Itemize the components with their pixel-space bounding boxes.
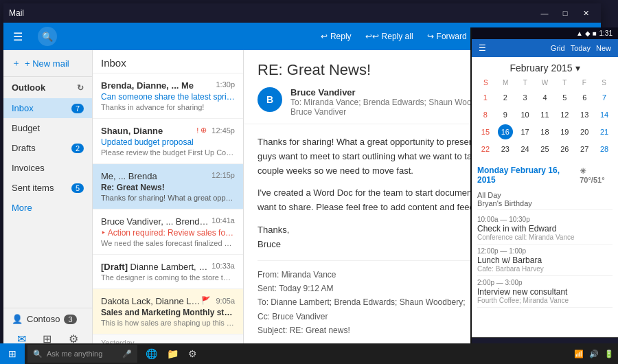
phone-today-button[interactable]: Today: [571, 44, 591, 52]
taskbar-settings-icon[interactable]: ⚙: [185, 347, 200, 361]
cal-day-26[interactable]: 26: [557, 141, 572, 157]
phone-menu-icon[interactable]: ☰: [479, 43, 486, 53]
cal-day-19[interactable]: 19: [557, 124, 572, 139]
sidebar-more-button[interactable]: More: [3, 198, 92, 218]
email-list: Inbox Brenda, Dianne, ... Me 1:30p Can s…: [93, 50, 244, 354]
cal-day-27[interactable]: 27: [577, 141, 592, 157]
sidebar-item-inbox[interactable]: Inbox 7: [3, 98, 92, 118]
cal-day-16[interactable]: 16: [498, 124, 513, 139]
taskbar-browser-icon[interactable]: 🌐: [143, 347, 160, 361]
sidebar-item-sent[interactable]: Sent items 5: [3, 178, 92, 198]
cal-day-10[interactable]: 10: [518, 107, 533, 122]
phone-event-0[interactable]: 10:00a — 10:30p Check in with Edward Con…: [477, 213, 613, 244]
window-controls: — □ ✕: [535, 6, 595, 20]
email-subject-1: Updated budget proposal: [101, 137, 235, 147]
phone-event-2[interactable]: 2:00p — 3:00p Interview new consultant F…: [477, 276, 613, 308]
cal-day-1[interactable]: 1: [478, 90, 493, 105]
email-item-0[interactable]: Brenda, Dianne, ... Me 1:30p Can someone…: [93, 73, 243, 119]
cal-day-15[interactable]: 15: [478, 124, 493, 139]
battery-icon: 🔋: [604, 350, 614, 359]
cal-day-12[interactable]: 12: [557, 107, 572, 122]
cal-day-18[interactable]: 18: [537, 124, 552, 139]
menu-icon[interactable]: ☰: [9, 27, 27, 46]
email-sender-1: Shaun, Dianne: [101, 126, 196, 136]
refresh-icon[interactable]: ↻: [77, 83, 84, 93]
systray: 📶 🔊 🔋: [574, 350, 614, 359]
cal-day-5[interactable]: 5: [557, 90, 572, 105]
cal-day-20[interactable]: 20: [577, 124, 592, 139]
email-item-1[interactable]: Shaun, Dianne ! ⊕ 12:45p Updated budget …: [93, 119, 243, 164]
email-item-3[interactable]: Bruce Vandiver, ... Brenda Edwards 10:41…: [93, 209, 243, 255]
cal-day-21[interactable]: 21: [597, 124, 612, 139]
cal-day-9[interactable]: 9: [498, 107, 513, 122]
email-time-2: 12:15p: [211, 171, 235, 179]
email-time-3: 10:41a: [211, 216, 235, 225]
phone-event-loc-0: Conference call: Miranda Vance: [477, 234, 613, 241]
exclaim-icon-1: ⊕: [201, 126, 207, 135]
cal-day-17[interactable]: 17: [518, 124, 533, 139]
phone-time: 1:31: [599, 30, 613, 37]
taskbar-search-icon: 🔍: [33, 350, 43, 359]
search-button[interactable]: 🔍: [38, 27, 57, 46]
email-preview-2: Thanks for sharing! What a great opportu…: [101, 194, 235, 202]
cal-day-22[interactable]: 22: [478, 141, 493, 157]
sidebar-invoices-label: Invoices: [12, 163, 84, 173]
minimize-button[interactable]: —: [535, 6, 554, 20]
drafts-badge: 2: [71, 144, 84, 153]
account-item[interactable]: 👤 Contoso 3: [12, 314, 84, 324]
cal-day-11[interactable]: 11: [537, 107, 552, 122]
email-preview-0: Thanks in advance for sharing!: [101, 103, 235, 111]
phone-event-loc-1: Cafe: Barbara Harvey: [477, 265, 613, 273]
email-item-4[interactable]: [Draft] Dianne Lambert, Shaun Wc 10:33a …: [93, 255, 243, 289]
maximize-button[interactable]: □: [556, 6, 575, 20]
reply-all-button[interactable]: ↩↩ Reply all: [363, 30, 416, 43]
email-list-header: Inbox: [93, 50, 243, 73]
volume-icon: 🔊: [589, 350, 599, 359]
phone-event-1[interactable]: 12:00p — 1:00p Lunch w/ Barbara Cafe: Ba…: [477, 244, 613, 276]
cal-day-6[interactable]: 6: [577, 90, 592, 105]
sidebar-drafts-label: Drafts: [12, 143, 71, 153]
cal-day-24[interactable]: 24: [518, 141, 533, 157]
email-item-5[interactable]: Dakota Lack, Dianne Lambert 🚩 9:05a Sale…: [93, 289, 243, 334]
cal-day-3[interactable]: 3: [518, 90, 533, 105]
cal-day-25[interactable]: 25: [537, 141, 552, 157]
cal-day-13[interactable]: 13: [577, 107, 592, 122]
cal-day-8[interactable]: 8: [478, 107, 493, 122]
email-item-top-5: Dakota Lack, Dianne Lambert 🚩 9:05a: [101, 296, 235, 306]
sidebar-item-invoices[interactable]: Invoices: [3, 158, 92, 178]
email-item-top-2: Me, ... Brenda 12:15p: [101, 171, 235, 181]
close-button[interactable]: ✕: [576, 6, 595, 20]
plus-icon: ＋: [12, 57, 21, 69]
day-header-wed: W: [535, 79, 555, 87]
phone-events: Monday February 16, 2015 ☀ 70°/51° All D…: [472, 161, 618, 312]
email-item-2[interactable]: Me, ... Brenda 12:15p Re: Great News! Th…: [93, 164, 243, 209]
taskbar-explorer-icon[interactable]: 📁: [164, 347, 181, 361]
cal-day-23[interactable]: 23: [498, 141, 513, 157]
email-preview-5: This is how sales are shaping up this mo…: [101, 319, 235, 327]
sidebar-item-drafts[interactable]: Drafts 2: [3, 138, 92, 158]
email-subject-5: Sales and Marketing Monthly status repor…: [101, 308, 235, 317]
phone-month-title: February 2015: [510, 62, 572, 73]
taskbar-search[interactable]: 🔍 Ask me anything 🎤: [27, 345, 137, 363]
forward-button[interactable]: ↪ Forward: [424, 30, 470, 43]
sidebar-item-budget[interactable]: Budget: [3, 118, 92, 138]
day-header-thu: T: [555, 79, 575, 87]
cal-day-7[interactable]: 7: [597, 90, 612, 105]
sender-avatar: B: [258, 87, 282, 112]
email-sender-4: [Draft] Dianne Lambert, Shaun Wc: [101, 262, 209, 272]
cal-day-4[interactable]: 4: [537, 90, 552, 105]
email-sender-5: Dakota Lack, Dianne Lambert: [101, 296, 201, 306]
cal-day-28[interactable]: 28: [597, 141, 612, 157]
email-sender-2: Me, ... Brenda: [101, 171, 209, 181]
email-icons-1: ! ⊕ 12:45p: [196, 126, 235, 135]
phone-status-bar: ▲ ◆ ■ 1:31: [472, 27, 618, 39]
phone-overlay: ▲ ◆ ■ 1:31 ☰ Grid Today New February 201…: [470, 27, 618, 364]
reply-button[interactable]: ↩ Reply: [318, 30, 354, 43]
start-button[interactable]: ⊞: [0, 343, 25, 364]
phone-grid-button[interactable]: Grid: [551, 44, 565, 52]
account-name: Outlook: [12, 82, 45, 93]
cal-day-2[interactable]: 2: [498, 90, 513, 105]
cal-day-14[interactable]: 14: [597, 107, 612, 122]
new-mail-button[interactable]: ＋ + New mail: [3, 50, 92, 77]
phone-new-button[interactable]: New: [596, 44, 611, 52]
